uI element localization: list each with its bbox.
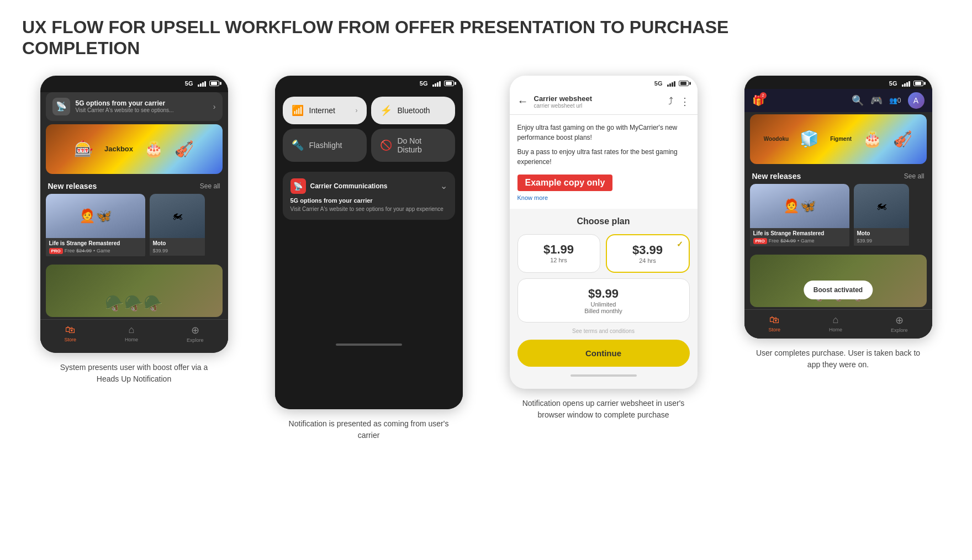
- description-4: User completes purchase. User is taken b…: [756, 347, 921, 371]
- carrier-notification[interactable]: 📡 Carrier Communications ⌄ 5G options fr…: [283, 172, 455, 220]
- signal-bars-4: [902, 80, 910, 87]
- websheet-header: ← Carrier websheet carrier websheet url …: [510, 89, 698, 115]
- notif-text-1: 5G options from your carrier Visit Carri…: [76, 99, 208, 113]
- nav-home-4[interactable]: ⌂ Home: [829, 314, 842, 333]
- game-banner-4: Woodoku 🧊 Figment 🎂 🎻: [750, 114, 927, 164]
- game-banner-1: 🎰Jackbox🎂🎻: [46, 124, 223, 174]
- game-price-moto-1: $39.99: [153, 248, 168, 253]
- example-copy-label: Example copy only: [517, 175, 613, 191]
- carrier-notif-header: 📡 Carrier Communications ⌄: [290, 178, 447, 194]
- explore-icon-1: ⊕: [191, 324, 199, 336]
- notif-title-1: 5G options from your carrier: [76, 99, 208, 107]
- nav-store-4[interactable]: 🛍 Store: [768, 314, 780, 333]
- bluetooth-icon: ⚡: [380, 104, 392, 117]
- websheet-info: Carrier websheet carrier websheet url: [534, 94, 663, 109]
- phone-frame-2: 5G 📶 Internet › ⚡ Bluetooth: [275, 76, 463, 409]
- qs-bluetooth-label: Bluetooth: [398, 106, 430, 115]
- quick-settings-grid: 📶 Internet › ⚡ Bluetooth 🔦 Flashlight: [275, 89, 463, 170]
- carrier-expand-icon: ⌄: [440, 181, 447, 191]
- qs-tile-internet[interactable]: 📶 Internet ›: [283, 97, 367, 124]
- screen-2-body: 📶 Internet › ⚡ Bluetooth 🔦 Flashlight: [275, 89, 463, 409]
- promo-text-2: Buy a pass to enjoy ultra fast rates for…: [517, 147, 690, 167]
- plan-card-2[interactable]: ✓ $3.99 24 hrs: [606, 234, 690, 273]
- notif-subtitle-1: Visit Carrier A's website to see options…: [76, 107, 208, 113]
- plan-cards-row: $1.99 12 hrs ✓ $3.99 24 hrs: [517, 234, 690, 273]
- carrier-msg-body: Visit Carrier A's website to see options…: [290, 205, 447, 213]
- nav-home-label-4: Home: [829, 327, 842, 332]
- nav-store-label-4: Store: [768, 327, 780, 332]
- game-price-free-4: Free: [769, 238, 779, 244]
- screen2-empty-space: [275, 222, 463, 332]
- share-icon[interactable]: ⤴: [668, 96, 673, 108]
- game-card-moto-4[interactable]: 🏍 Moto $39.99: [854, 184, 909, 250]
- battery-icon-1: [209, 81, 219, 86]
- nav-home-1[interactable]: ⌂ Home: [125, 324, 138, 343]
- websheet-content: Enjoy ultra fast gaming on the go with M…: [510, 115, 698, 209]
- websheet-url: carrier websheet url: [534, 103, 663, 109]
- plan-card-3[interactable]: $9.99 Unlimited Billed monthly: [517, 278, 690, 323]
- screen-1-body: 📡 5G options from your carrier Visit Car…: [40, 92, 228, 353]
- signal-bars-1: [198, 80, 206, 87]
- pro-badge-1: PRO: [49, 248, 63, 254]
- qs-tile-bluetooth[interactable]: ⚡ Bluetooth: [371, 97, 455, 124]
- bottom-nav-4: 🛍 Store ⌂ Home ⊕ Explore: [744, 309, 932, 339]
- s4-right-icons: 🔍 🎮 👥0 A: [852, 92, 925, 109]
- game-img-moto-4: 🏍: [854, 184, 909, 228]
- notification-banner-1[interactable]: 📡 5G options from your carrier Visit Car…: [46, 92, 223, 121]
- websheet-title: Carrier websheet: [534, 94, 663, 103]
- game-type-label-4: Game: [801, 238, 815, 244]
- terms-text[interactable]: See terms and conditions: [517, 328, 690, 334]
- nav-store-1[interactable]: 🛍 Store: [64, 324, 76, 343]
- qs-tile-flashlight[interactable]: 🔦 Flashlight: [283, 129, 367, 162]
- status-bar-3: 5G: [510, 76, 698, 89]
- boost-popup: Boost activated: [804, 281, 873, 299]
- status-5g-1: 5G: [185, 80, 193, 87]
- games-row-1: 🧑‍🦰🦋 Life is Strange Remastered PRO Free…: [40, 194, 228, 260]
- status-bar-1: 5G: [40, 76, 228, 89]
- know-more-link[interactable]: Know more: [517, 194, 690, 201]
- game-name-lis-4: Life is Strange Remastered: [753, 230, 846, 237]
- gamepad-icon-4[interactable]: 🎮: [870, 94, 883, 107]
- game-info-moto-1: Moto $39.99: [150, 238, 205, 256]
- pro-badge-4: PRO: [753, 238, 767, 244]
- description-3: Notification opens up carrier websheet i…: [521, 398, 686, 421]
- phone-frame-3: 5G ← Carrier websheet carrier websheet u…: [510, 76, 698, 389]
- game-img-moto-1: 🏍: [150, 194, 205, 238]
- phone-frame-1: 5G 📡 5G options from your carrier Visit …: [40, 76, 228, 353]
- nav-store-label-1: Store: [64, 337, 76, 342]
- phone-frame-4: 5G 🎁 2 🔍 🎮 👥0 A: [744, 76, 932, 339]
- description-1: System presents user with boost offer vi…: [51, 362, 217, 385]
- game-card-lis-1[interactable]: 🧑‍🦰🦋 Life is Strange Remastered PRO Free…: [46, 194, 145, 260]
- s4-top-bar: 🎁 2 🔍 🎮 👥0 A: [744, 89, 932, 112]
- game-card-moto-1[interactable]: 🏍 Moto $39.99: [150, 194, 205, 260]
- see-all-1[interactable]: See all: [200, 182, 220, 190]
- nav-explore-4[interactable]: ⊕ Explore: [891, 314, 908, 333]
- game-type-1: •: [93, 248, 95, 253]
- qs-dnd-label: Do Not Disturb: [398, 136, 446, 154]
- search-icon-4[interactable]: 🔍: [852, 94, 864, 107]
- plan-check-icon: ✓: [677, 240, 683, 249]
- avatar-4[interactable]: A: [908, 92, 925, 109]
- game-price-moto-4: $39.99: [857, 238, 873, 244]
- qs-tile-dnd[interactable]: 🚫 Do Not Disturb: [371, 129, 455, 162]
- people-count-4: 👥0: [889, 97, 901, 104]
- nav-explore-1[interactable]: ⊕ Explore: [187, 324, 204, 343]
- back-button[interactable]: ←: [517, 95, 529, 108]
- game-card-lis-4[interactable]: 🧑‍🦰🦋 Life is Strange Remastered PRO Free…: [750, 184, 849, 250]
- status-bar-4: 5G: [744, 76, 932, 89]
- more-icon[interactable]: ⋮: [680, 96, 690, 108]
- flashlight-icon: 🔦: [292, 139, 304, 151]
- description-2: Notification is presented as coming from…: [286, 418, 452, 441]
- game-info-moto-4: Moto $39.99: [854, 228, 909, 246]
- signal-bars-3: [667, 80, 675, 87]
- continue-button[interactable]: Continue: [517, 340, 690, 367]
- game-name-lis-1: Life is Strange Remastered: [49, 240, 142, 247]
- new-releases-title-4: New releases: [752, 172, 801, 181]
- dnd-icon: 🚫: [380, 139, 392, 151]
- notif-app-icon-1: 📡: [52, 98, 70, 115]
- screen-3-col: 5G ← Carrier websheet carrier websheet u…: [492, 76, 715, 421]
- plan-card-1[interactable]: $1.99 12 hrs: [517, 234, 600, 273]
- game-meta-lis-4: PRO Free $24.99 • Game: [753, 238, 846, 244]
- see-all-4[interactable]: See all: [904, 172, 925, 180]
- carrier-icon: 📡: [290, 178, 306, 194]
